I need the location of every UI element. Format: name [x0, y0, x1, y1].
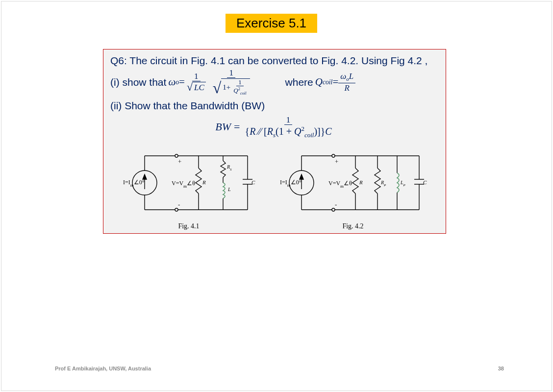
fig41-circuit: I=Im∠0° + V=Vm∠θ - R RS L C: [120, 141, 257, 220]
omega-sub: o: [176, 77, 179, 87]
Q2coil-den: Q2coil: [231, 86, 248, 95]
where-label: where: [285, 75, 313, 89]
svg-text:C: C: [251, 179, 255, 185]
fig42-circuit: I=Im∠0° + V=Vm∠θ - R RP LP C: [277, 141, 429, 220]
svg-text:L: L: [227, 187, 231, 192]
frac-woL-over-R: ωoL R: [338, 72, 355, 92]
svg-text:I=Im∠0°: I=Im∠0°: [280, 179, 302, 188]
svg-text:LP: LP: [400, 180, 406, 187]
Rs-sym: R: [267, 126, 273, 137]
C-sym: C: [325, 126, 331, 137]
svg-point-33: [332, 154, 335, 157]
sqrt-LC: √ LC: [187, 82, 206, 93]
R-sym2: R: [250, 126, 255, 137]
svg-text:V=Vm∠θ: V=Vm∠θ: [172, 180, 195, 189]
svg-text:RP: RP: [380, 180, 386, 187]
coil-sub2: coil: [323, 77, 332, 87]
Q-sym2: Q: [315, 75, 323, 89]
LC-text: LC: [193, 82, 206, 93]
radical-icon: √: [187, 82, 193, 93]
fig41-caption: Fig. 4.1: [120, 222, 257, 230]
svg-text:-: -: [335, 201, 337, 208]
Qcoil-def: Qcoil = ωoL R: [315, 72, 356, 92]
R-den: R: [343, 83, 352, 92]
part-ii-label: (ii) Show that the Bandwidth (BW): [110, 98, 439, 113]
eq3: =: [234, 121, 240, 133]
bw-num: 1: [284, 116, 293, 125]
svg-text:+: +: [178, 158, 181, 165]
bw-equation: BW = 1 {R ∕∕ [Rs(1 + Q2coil)]}C: [110, 116, 439, 138]
coil-sub: coil: [240, 91, 247, 96]
exercise-title: Exercise 5.1: [226, 14, 317, 33]
L-sym: L: [349, 72, 353, 81]
den-sqrtLC: √ LC: [185, 81, 208, 93]
eq1: =: [179, 75, 185, 89]
svg-text:I=Im∠0°: I=Im∠0°: [123, 179, 145, 188]
svg-text:+: +: [335, 158, 338, 165]
sqrt-content: 1+ 1 Q2coil: [221, 78, 250, 95]
figures-row: I=Im∠0° + V=Vm∠θ - R RS L C Fig. 4.1: [110, 141, 439, 230]
question-text: Q6: The circuit in Fig. 4.1 can be conve…: [110, 53, 439, 68]
svg-text:V=Vm∠θ: V=Vm∠θ: [328, 180, 352, 189]
page-number: 38: [498, 366, 504, 371]
footer-author: Prof E Ambikairajah, UNSW, Australia: [55, 366, 151, 371]
Q-sym: Q: [233, 87, 238, 95]
omega-sym: ω: [168, 75, 176, 89]
omega-sym2: ω: [340, 72, 346, 81]
svg-point-7: [175, 154, 178, 157]
radical-icon: √: [213, 80, 222, 96]
num-1c: 1: [236, 79, 244, 86]
eq2: =: [332, 75, 338, 89]
num-woL: ωoL: [338, 72, 355, 83]
svg-text:R: R: [202, 179, 206, 185]
bw-den: {R ∕∕ [Rs(1 + Q2coil)]}C: [243, 125, 334, 138]
svg-text:R: R: [359, 179, 363, 185]
frac-1-over-Q2coil: 1 Q2coil: [231, 79, 248, 95]
frac-1-over-sqrtLC: 1 √ LC: [185, 72, 208, 93]
part-i-row: (i) show that ωo = 1 √ LC 1: [110, 69, 439, 95]
bw-frac: 1 {R ∕∕ [Rs(1 + Q2coil)]}C: [243, 116, 334, 138]
svg-text:-: -: [178, 201, 180, 208]
fig42-caption: Fig. 4.2: [277, 222, 429, 230]
frac-1-over-sqrt-1plus: 1 √ 1+ 1 Q2coil: [211, 69, 252, 95]
num-1a: 1: [192, 72, 201, 81]
coil-sub3: coil: [304, 131, 314, 139]
svg-text:RS: RS: [226, 164, 232, 172]
den-sqrt-big: √ 1+ 1 Q2coil: [211, 78, 252, 95]
omega-o: ωo = 1 √ LC 1 √: [168, 69, 251, 95]
fig42-wrap: I=Im∠0° + V=Vm∠θ - R RP LP C Fig. 4.2: [277, 141, 429, 230]
BW-sym: BW: [215, 121, 231, 133]
question-box: Q6: The circuit in Fig. 4.1 can be conve…: [103, 49, 446, 234]
fig41-wrap: I=Im∠0° + V=Vm∠θ - R RS L C Fig. 4.1: [120, 141, 257, 230]
svg-point-8: [175, 208, 178, 211]
s-sub: s: [273, 131, 276, 139]
Q-sym3: Q: [294, 126, 301, 137]
svg-text:C: C: [423, 179, 427, 185]
num-1b: 1: [227, 69, 235, 78]
sqrt-big: √ 1+ 1 Q2coil: [213, 78, 250, 95]
svg-point-34: [332, 208, 335, 211]
part-i-label: (i) show that: [110, 75, 166, 89]
